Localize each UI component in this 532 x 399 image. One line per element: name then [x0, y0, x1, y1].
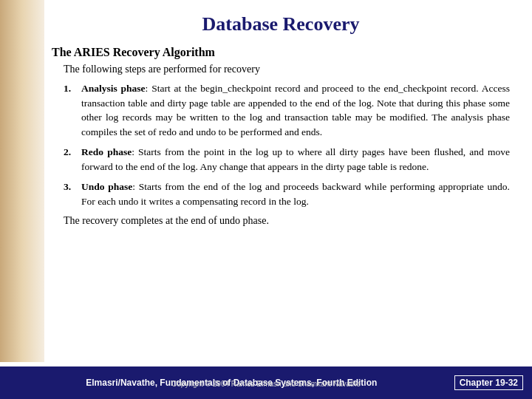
list-item: 2. Redo phase: Starts from the point in …: [64, 145, 510, 174]
list-text-2: Redo phase: Starts from the point in the…: [81, 145, 510, 174]
body-3: Starts from the end of the log and proce…: [81, 181, 510, 207]
numbered-list: 1. Analysis phase: Start at the begin_ch…: [64, 81, 510, 209]
footer-bar: Elmasri/Navathe, Fundamentals of Databas…: [0, 366, 532, 399]
term-2: Redo phase: [81, 146, 132, 157]
term-3: Undo phase: [81, 181, 132, 192]
list-number-1: 1.: [64, 81, 81, 96]
list-number-2: 2.: [64, 145, 81, 160]
term-1: Analysis phase: [81, 83, 146, 94]
footer-inner: Elmasri/Navathe, Fundamentals of Databas…: [9, 375, 523, 390]
main-content: Database Recovery The ARIES Recovery Alg…: [0, 0, 532, 234]
footer-copyright: Copyright © 2004 Ramez Elmasri and Shamk…: [171, 380, 361, 388]
body-2: Starts from the point in the log up to w…: [81, 146, 510, 172]
section-heading: The ARIES Recovery Algorithm: [52, 46, 510, 59]
list-text-1: Analysis phase: Start at the begin_check…: [81, 81, 510, 139]
closing-text: The recovery completes at the end of und…: [64, 215, 510, 227]
list-item: 1. Analysis phase: Start at the begin_ch…: [64, 81, 510, 139]
page-title: Database Recovery: [52, 13, 510, 35]
list-number-3: 3.: [64, 180, 81, 194]
sub-intro: The following steps are performed for re…: [64, 64, 510, 75]
list-text-3: Undo phase: Starts from the end of the l…: [81, 180, 510, 208]
footer-chapter: Chapter 19-32: [454, 375, 523, 390]
list-item: 3. Undo phase: Starts from the end of th…: [64, 180, 510, 208]
